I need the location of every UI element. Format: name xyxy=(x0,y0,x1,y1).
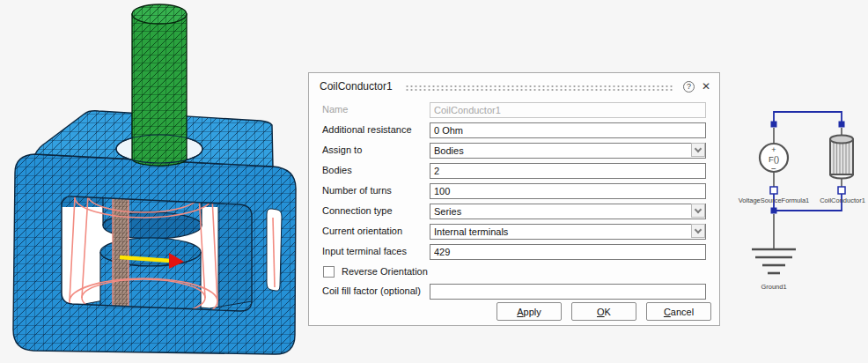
coil-conductor-label: CoilConductor1 xyxy=(820,196,865,204)
coil-fill-factor-label: Coil fill factor (optional) xyxy=(322,285,430,296)
voltage-source-symbol[interactable]: + F() − xyxy=(760,144,788,174)
dialog-title: CoilConductor1 xyxy=(320,80,393,93)
input-terminal-faces-input[interactable] xyxy=(430,244,706,260)
voltage-source-label: VoltageSourceFormula1 xyxy=(739,196,809,204)
cancel-button[interactable]: Cancel xyxy=(646,302,711,321)
assign-to-select[interactable] xyxy=(430,143,706,159)
field-row-coil-fill-factor: Coil fill factor (optional) xyxy=(322,283,706,299)
close-icon[interactable]: ✕ xyxy=(702,81,710,93)
bodies-input[interactable] xyxy=(430,163,706,179)
field-row-input-terminal-faces: Input terminal faces xyxy=(322,243,706,259)
field-row-reverse-orientation: Reverse Orientation xyxy=(323,265,706,278)
input-terminal-faces-label: Input terminal faces xyxy=(322,246,430,256)
current-orientation-dropdown-button[interactable] xyxy=(691,224,705,238)
name-input xyxy=(430,102,706,118)
circuit-schematic[interactable]: + F() − VoltageSourceFormula1 CoilConduc… xyxy=(722,88,868,300)
additional-resistance-input[interactable] xyxy=(430,122,706,138)
ground-label: Ground1 xyxy=(761,283,786,291)
current-orientation-select[interactable] xyxy=(430,224,706,240)
coil-fill-factor-input[interactable] xyxy=(430,284,706,300)
connection-type-select[interactable] xyxy=(430,204,706,219)
connection-type-label: Connection type xyxy=(322,205,430,216)
reverse-orientation-label: Reverse Orientation xyxy=(342,266,428,277)
reverse-orientation-checkbox[interactable] xyxy=(323,266,335,278)
assign-to-dropdown-button[interactable] xyxy=(691,143,705,157)
field-row-additional-resistance: Additional resistance xyxy=(322,122,706,137)
additional-resistance-label: Additional resistance xyxy=(322,124,430,135)
ground-symbol[interactable] xyxy=(752,249,796,273)
drag-handle-dots[interactable] xyxy=(405,85,673,91)
help-icon[interactable]: ? xyxy=(683,81,695,93)
chevron-down-icon xyxy=(695,205,702,212)
source-minus-sign: − xyxy=(771,164,776,174)
field-row-name: Name xyxy=(322,101,706,117)
source-formula-glyph: F() xyxy=(769,154,779,164)
chevron-down-icon xyxy=(695,226,702,233)
coil-conductor-dialog: CoilConductor1 ? ✕ Name Additional resis… xyxy=(308,72,720,326)
name-label: Name xyxy=(322,104,430,115)
connection-type-dropdown-button[interactable] xyxy=(691,204,705,218)
field-row-number-of-turns: Number of turns xyxy=(322,182,706,198)
number-of-turns-label: Number of turns xyxy=(322,185,430,196)
source-plus-sign: + xyxy=(771,145,776,154)
bodies-label: Bodies xyxy=(322,165,430,175)
dialog-titlebar[interactable]: CoilConductor1 ? ✕ xyxy=(309,73,719,96)
core-side-slot xyxy=(267,209,282,291)
number-of-turns-input[interactable] xyxy=(430,183,706,199)
coil-conductor-symbol[interactable] xyxy=(830,136,853,179)
plunger-rod-mesh[interactable] xyxy=(132,4,187,166)
field-row-bodies: Bodies xyxy=(322,162,706,178)
field-row-current-orientation: Current orientation xyxy=(322,223,706,239)
field-row-assign-to: Assign to xyxy=(322,142,706,158)
apply-button[interactable]: Apply xyxy=(497,302,562,321)
current-orientation-label: Current orientation xyxy=(322,226,430,236)
assign-to-label: Assign to xyxy=(322,144,430,155)
ok-button[interactable]: OK xyxy=(571,302,636,321)
field-row-connection-type: Connection type xyxy=(322,203,706,219)
chevron-down-icon xyxy=(695,144,702,152)
model-3d-view[interactable] xyxy=(0,0,304,363)
